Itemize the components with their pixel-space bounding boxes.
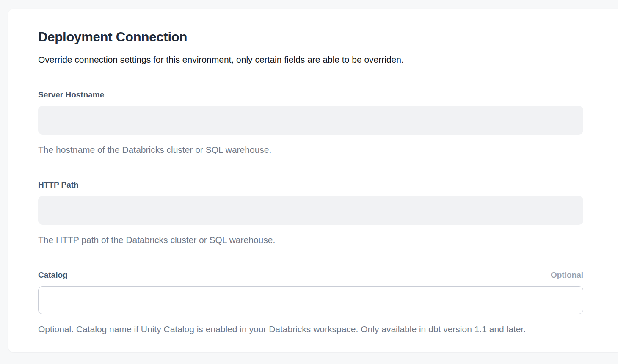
catalog-helper: Optional: Catalog name if Unity Catalog … bbox=[38, 323, 583, 335]
server-hostname-helper: The hostname of the Databricks cluster o… bbox=[38, 144, 583, 156]
page-background: { "card": { "title": "Deployment Connect… bbox=[0, 0, 618, 364]
http-path-input bbox=[38, 196, 583, 225]
server-hostname-label-row: Server Hostname bbox=[38, 89, 583, 100]
http-path-helper: The HTTP path of the Databricks cluster … bbox=[38, 234, 583, 246]
http-path-label: HTTP Path bbox=[38, 179, 79, 190]
http-path-label-row: HTTP Path bbox=[38, 179, 583, 190]
field-catalog: Catalog Optional Optional: Catalog name … bbox=[38, 270, 583, 335]
field-http-path: HTTP Path The HTTP path of the Databrick… bbox=[38, 179, 583, 246]
optional-badge: Optional bbox=[551, 270, 583, 280]
catalog-input[interactable] bbox=[38, 286, 583, 314]
catalog-label: Catalog bbox=[38, 270, 68, 280]
catalog-label-row: Catalog Optional bbox=[38, 270, 583, 280]
page-subtitle: Override connection settings for this en… bbox=[38, 54, 583, 66]
page-title: Deployment Connection bbox=[38, 29, 583, 45]
field-server-hostname: Server Hostname The hostname of the Data… bbox=[38, 89, 583, 156]
card-content: Deployment Connection Override connectio… bbox=[38, 29, 583, 335]
deployment-connection-card: Deployment Connection Override connectio… bbox=[8, 9, 618, 352]
server-hostname-input bbox=[38, 106, 583, 135]
server-hostname-label: Server Hostname bbox=[38, 89, 104, 100]
